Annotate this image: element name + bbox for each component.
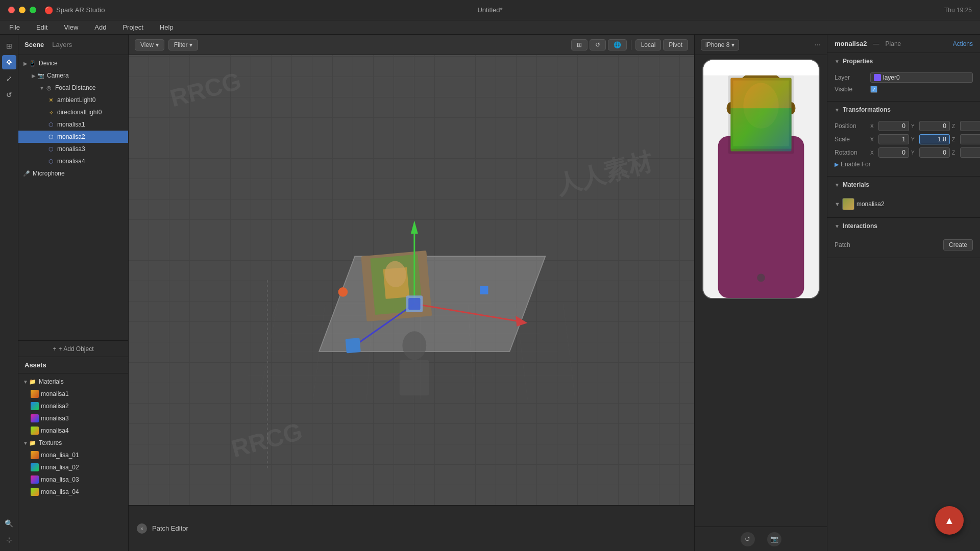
tree-item-device[interactable]: ▶ 📱 Device xyxy=(18,57,128,69)
texture-mona1[interactable]: mona_lisa_01 xyxy=(18,449,128,461)
tool-settings[interactable]: ⊹ xyxy=(2,533,16,547)
tree-item-directional[interactable]: ⟡ directionalLight0 xyxy=(18,106,128,118)
create-patch-button[interactable]: Create xyxy=(943,239,973,251)
refresh-view[interactable]: ↺ xyxy=(590,39,606,51)
add-object-button[interactable]: + + Add Object xyxy=(53,345,93,353)
local-button[interactable]: Local xyxy=(635,39,662,51)
close-button[interactable] xyxy=(8,7,15,13)
tree-item-monalisa3[interactable]: ⬡ monalisa3 xyxy=(18,143,128,155)
tree-label-directional: directionalLight0 xyxy=(57,109,102,116)
asset-monalisa1[interactable]: monalisa1 xyxy=(18,388,128,400)
view-button[interactable]: View ▾ xyxy=(135,39,164,51)
texture-mona4[interactable]: mona_lisa_04 xyxy=(18,486,128,498)
menu-view[interactable]: View xyxy=(61,22,81,32)
texture-preview-4 xyxy=(31,488,39,496)
filter-button[interactable]: Filter ▾ xyxy=(168,39,199,51)
asset-monalisa4[interactable]: monalisa4 xyxy=(18,424,128,437)
folder-textures[interactable]: ▼ 📁 Textures xyxy=(18,437,128,449)
texture-mona2[interactable]: mona_lisa_02 xyxy=(18,461,128,473)
section-transform-arrow: ▼ xyxy=(835,107,840,113)
visible-label: Visible xyxy=(835,86,870,93)
scale-x-input[interactable] xyxy=(878,134,909,144)
window-controls[interactable] xyxy=(8,7,36,13)
tree-item-microphone[interactable]: 🎤 Microphone xyxy=(18,167,128,180)
layer-select[interactable]: layer0 xyxy=(870,72,973,83)
record-fab[interactable]: ▲ xyxy=(935,506,964,535)
tool-scale[interactable]: ⤢ xyxy=(2,71,16,86)
assets-header: Assets xyxy=(18,357,128,373)
directional-icon: ⟡ xyxy=(47,108,55,116)
viewport-canvas[interactable]: RRCG 人人素材 RRCG xyxy=(129,55,694,505)
preview-more-button[interactable]: ⋯ xyxy=(815,41,821,48)
svg-rect-27 xyxy=(480,286,488,294)
section-interactions-header[interactable]: ▼ Interactions xyxy=(827,218,980,234)
patch-editor-close[interactable]: × xyxy=(137,523,147,534)
position-y-input[interactable] xyxy=(919,121,950,131)
rotation-x-input[interactable] xyxy=(878,147,909,158)
section-properties-header[interactable]: ▼ Properties xyxy=(827,53,980,69)
menubar: File Edit View Add Project Help xyxy=(0,20,980,35)
menu-project[interactable]: Project xyxy=(119,22,146,32)
tree-label-monalisa2: monalisa2 xyxy=(57,133,85,140)
asset-monalisa2[interactable]: monalisa2 xyxy=(18,400,128,412)
preview-refresh[interactable]: ↺ xyxy=(741,532,755,546)
device-selector[interactable]: iPhone 8 ▾ xyxy=(701,39,739,51)
tool-search[interactable]: 🔍 xyxy=(2,516,16,531)
layer-value: layer0 xyxy=(870,72,973,83)
tree-item-monalisa4[interactable]: ⬡ monalisa4 xyxy=(18,155,128,167)
tree-item-camera[interactable]: ▶ 📷 Camera xyxy=(18,69,128,82)
material-preview-2 xyxy=(31,402,39,410)
monalisa1-icon: ⬡ xyxy=(47,120,55,129)
tool-rotate[interactable]: ↺ xyxy=(2,88,16,102)
scale-z-input[interactable] xyxy=(960,134,980,144)
menu-edit[interactable]: Edit xyxy=(33,22,51,32)
material-row: ▼ monalisa2 xyxy=(835,196,973,212)
tree-item-monalisa1[interactable]: ⬡ monalisa1 xyxy=(18,118,128,131)
prop-visible: Visible ✓ xyxy=(835,86,973,93)
position-z-input[interactable] xyxy=(960,121,980,131)
scale-y-input[interactable] xyxy=(919,134,950,144)
rotation-y-input[interactable] xyxy=(919,147,950,158)
texture-label-2: mona_lisa_02 xyxy=(41,464,79,471)
menu-help[interactable]: Help xyxy=(157,22,177,32)
tree-item-monalisa2[interactable]: ⬡ monalisa2 xyxy=(18,131,128,143)
viewport-area: View ▾ Filter ▾ ⊞ ↺ 🌐 Local Pivot xyxy=(129,35,694,551)
preview-screenshot[interactable]: 📷 xyxy=(767,532,781,546)
enable-for-toggle[interactable]: ▶ xyxy=(835,161,839,168)
tree-item-focal[interactable]: ▼ ◎ Focal Distance xyxy=(18,82,128,94)
section-transformations-header[interactable]: ▼ Transformations xyxy=(827,102,980,118)
tree-item-ambient[interactable]: ☀ ambientLight0 xyxy=(18,94,128,106)
prop-position: Position X Y Z xyxy=(835,121,973,131)
app-name-label: Spark AR Studio xyxy=(56,6,105,14)
asset-label-monalisa1: monalisa1 xyxy=(41,390,69,397)
texture-mona3[interactable]: mona_lisa_03 xyxy=(18,473,128,486)
rotation-z-input[interactable] xyxy=(960,147,980,158)
folder-materials[interactable]: ▼ 📁 Materials xyxy=(18,375,128,388)
maximize-button[interactable] xyxy=(30,7,36,13)
world-view[interactable]: 🌐 xyxy=(608,39,627,51)
section-transformations: ▼ Transformations Position X Y Z xyxy=(827,102,980,177)
scene-footer[interactable]: + + Add Object xyxy=(18,340,128,357)
minimize-button[interactable] xyxy=(19,7,26,13)
tool-move[interactable]: ✥ xyxy=(2,55,16,69)
grid-toggle[interactable]: ⊞ xyxy=(571,39,587,51)
menu-file[interactable]: File xyxy=(6,22,23,32)
svg-point-45 xyxy=(757,273,765,282)
props-actions-button[interactable]: Actions xyxy=(953,40,973,47)
visible-checkbox[interactable]: ✓ xyxy=(870,86,877,93)
pivot-button[interactable]: Pivot xyxy=(663,39,688,51)
texture-preview-1 xyxy=(31,451,39,459)
position-x-input[interactable] xyxy=(878,121,909,131)
svg-rect-23 xyxy=(346,338,361,353)
tool-select[interactable]: ⊞ xyxy=(2,39,16,53)
ambient-icon: ☀ xyxy=(47,96,55,104)
section-materials-header[interactable]: ▼ Materials xyxy=(827,177,980,193)
menu-add[interactable]: Add xyxy=(91,22,109,32)
layers-tab[interactable]: Layers xyxy=(52,41,72,48)
scene-tab[interactable]: Scene xyxy=(24,41,44,48)
asset-monalisa3[interactable]: monalisa3 xyxy=(18,412,128,424)
prop-layer: Layer layer0 xyxy=(835,72,973,83)
section-materials-title: Materials xyxy=(843,181,869,188)
scene-tree: ▶ 📱 Device ▶ 📷 Camera ▼ ◎ Focal xyxy=(18,55,128,340)
material-preview-4 xyxy=(31,427,39,435)
